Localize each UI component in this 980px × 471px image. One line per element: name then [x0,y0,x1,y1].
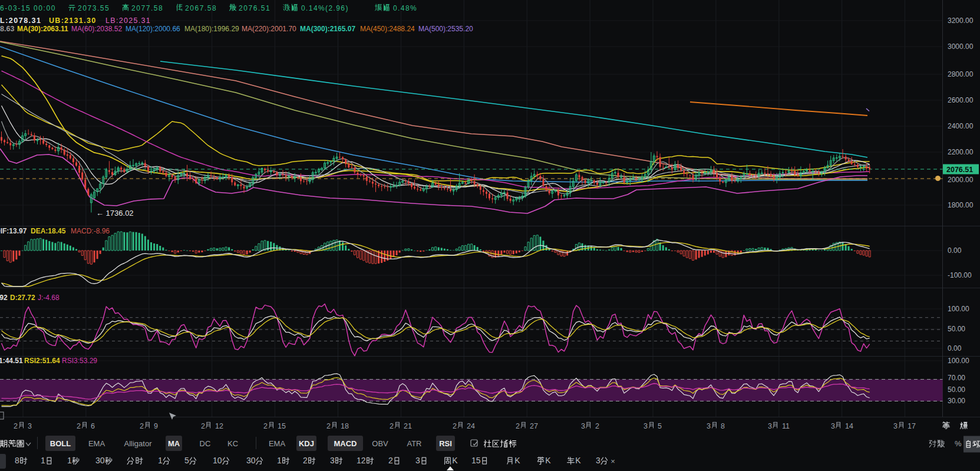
svg-text:EMA: EMA [269,439,286,448]
svg-text:2400.00: 2400.00 [948,122,974,130]
svg-text:1: 1 [277,456,282,465]
svg-text:11: 11 [782,422,790,430]
svg-text:MA(120):2000.66: MA(120):2000.66 [126,25,180,33]
svg-text:MA(450):2488.24: MA(450):2488.24 [360,25,415,33]
svg-text:2: 2 [390,422,394,430]
svg-text:27: 27 [530,422,538,430]
svg-text:2: 2 [326,422,331,430]
svg-text:30.00: 30.00 [948,397,965,405]
svg-text:100.00: 100.00 [948,357,969,365]
svg-text:8: 8 [15,456,19,465]
svg-text:17: 17 [908,422,916,430]
svg-text:30: 30 [95,456,105,465]
svg-text:MA(180):1996.29: MA(180):1996.29 [184,25,239,33]
svg-text:2077.58: 2077.58 [131,4,163,12]
svg-text:3200.00: 3200.00 [948,17,974,25]
svg-text:OBV: OBV [372,439,388,448]
svg-text:0.00: 0.00 [948,344,962,353]
svg-text:KC: KC [227,439,238,448]
svg-text:2076.51: 2076.51 [239,4,270,12]
svg-text:50.00: 50.00 [948,386,965,394]
svg-text:2200.00: 2200.00 [948,148,974,156]
svg-text:2000.00: 2000.00 [948,176,974,184]
svg-text:BOLL: BOLL [50,439,71,448]
svg-text:MA: MA [168,439,180,448]
svg-text:EMA: EMA [88,439,105,448]
svg-text:RSI: RSI [439,439,452,448]
svg-text:0.00: 0.00 [948,246,962,255]
svg-text:3: 3 [644,422,648,430]
svg-text:LB:2025.31: LB:2025.31 [105,17,151,25]
svg-text:10: 10 [213,456,222,465]
svg-text:KDJ: KDJ [299,439,314,448]
svg-text:DIF:13.97: DIF:13.97 [0,227,27,235]
svg-text:3: 3 [893,422,897,430]
svg-text:24: 24 [467,422,475,430]
svg-text:5: 5 [184,456,189,465]
svg-text:3000.00: 3000.00 [948,42,974,51]
svg-text:1: 1 [41,456,45,465]
svg-text:2: 2 [201,422,205,430]
svg-text:9: 9 [154,422,158,430]
svg-text:12: 12 [357,456,366,465]
svg-text:2: 2 [453,422,457,430]
svg-text:2: 2 [77,422,81,430]
svg-text:2076.51: 2076.51 [946,166,973,174]
svg-text:MA(30):2063.11: MA(30):2063.11 [17,25,68,33]
svg-text:D:27.72: D:27.72 [10,294,35,302]
svg-text:DEA:18.45: DEA:18.45 [31,227,66,235]
svg-text:3: 3 [415,456,420,465]
svg-text:5: 5 [658,422,662,430]
svg-text:0.48%: 0.48% [393,4,417,12]
svg-text:K: K [452,456,458,465]
svg-text:3: 3 [596,456,600,465]
svg-text:50.00: 50.00 [948,325,965,333]
svg-text:1: 1 [67,456,72,465]
svg-text:K:35.92: K:35.92 [0,294,8,302]
svg-text:RSI3:53.29: RSI3:53.29 [62,357,97,365]
svg-text:18: 18 [341,422,349,430]
svg-text:3: 3 [330,456,335,465]
svg-text:RSI2:51.64: RSI2:51.64 [24,357,60,365]
svg-text:0.14%(2.96): 0.14%(2.96) [301,4,349,12]
svg-text:100.00: 100.00 [948,305,969,313]
svg-text:30: 30 [246,456,256,465]
svg-text:RSI1:44.51: RSI1:44.51 [0,357,23,365]
svg-text:UB:2131.30: UB:2131.30 [49,17,96,25]
svg-text:MACD: MACD [334,439,357,448]
svg-text:2: 2 [140,422,144,430]
svg-text:MA(220):2001.70: MA(220):2001.70 [242,25,296,33]
svg-text:21: 21 [404,422,412,430]
svg-text:2073.55: 2073.55 [78,4,110,12]
svg-text:2: 2 [14,422,18,430]
svg-text:2: 2 [303,456,308,465]
svg-text:2: 2 [516,422,520,430]
svg-text:×: × [611,457,615,466]
svg-text:K: K [575,456,581,465]
svg-text:70.00: 70.00 [948,374,965,382]
svg-text:-100.00: -100.00 [948,271,972,279]
svg-text:DC: DC [200,439,211,448]
svg-text:MA(300):2165.07: MA(300):2165.07 [300,25,355,33]
svg-text:L:2078.31: L:2078.31 [0,17,41,25]
svg-text:MA(500):2535.20: MA(500):2535.20 [418,25,473,33]
svg-text:Alligator: Alligator [124,439,153,448]
svg-text:MACD:-8.96: MACD:-8.96 [71,227,110,235]
svg-text:%: % [955,439,962,448]
svg-text:3: 3 [28,422,32,430]
svg-text:ATR: ATR [407,439,421,448]
svg-text:2600.00: 2600.00 [948,96,974,104]
svg-text:2800.00: 2800.00 [948,70,974,78]
svg-text:12: 12 [215,422,223,430]
svg-text:3: 3 [831,422,835,430]
svg-text:K: K [545,456,551,465]
svg-text:3: 3 [581,422,585,430]
svg-text:← 1736.02: ← 1736.02 [96,209,134,218]
svg-text:2: 2 [595,422,599,430]
svg-text:6-03-15 00:00: 6-03-15 00:00 [0,4,56,12]
svg-text:3: 3 [768,422,772,430]
svg-text:8.63: 8.63 [0,25,14,33]
svg-text:1: 1 [158,456,163,465]
svg-text:6: 6 [91,422,95,430]
svg-text:2: 2 [263,422,268,430]
